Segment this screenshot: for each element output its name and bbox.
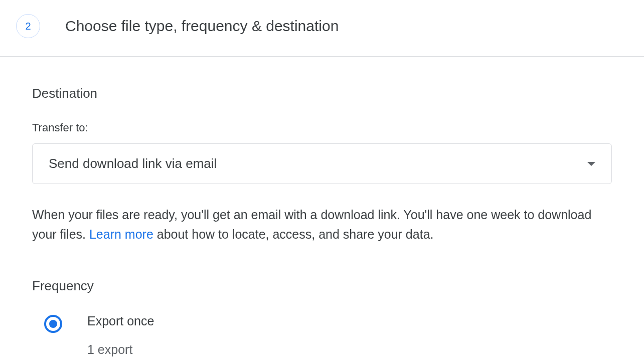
step-header: 2 Choose file type, frequency & destinat…	[0, 0, 644, 57]
content-area: Destination Transfer to: Send download l…	[0, 57, 644, 357]
export-once-sub: 1 export	[87, 342, 154, 357]
description-text-2: about how to locate, access, and share y…	[153, 227, 434, 241]
transfer-to-label: Transfer to:	[32, 121, 612, 134]
step-number-badge: 2	[16, 14, 40, 38]
frequency-option-export-once[interactable]: Export once 1 export	[32, 314, 612, 357]
learn-more-link[interactable]: Learn more	[89, 227, 153, 241]
destination-description: When your files are ready, you'll get an…	[32, 205, 612, 244]
export-once-label: Export once	[87, 314, 154, 328]
frequency-section: Frequency Export once 1 export	[32, 278, 612, 357]
frequency-heading: Frequency	[32, 278, 612, 294]
radio-label-group: Export once 1 export	[87, 314, 154, 357]
destination-heading: Destination	[32, 86, 612, 101]
caret-down-icon	[587, 162, 595, 166]
step-title: Choose file type, frequency & destinatio…	[65, 18, 339, 35]
transfer-to-value: Send download link via email	[49, 156, 217, 171]
transfer-to-select[interactable]: Send download link via email	[32, 143, 612, 184]
radio-inner-dot	[49, 320, 57, 328]
radio-selected-icon[interactable]	[44, 315, 62, 333]
step-number-text: 2	[25, 21, 31, 32]
